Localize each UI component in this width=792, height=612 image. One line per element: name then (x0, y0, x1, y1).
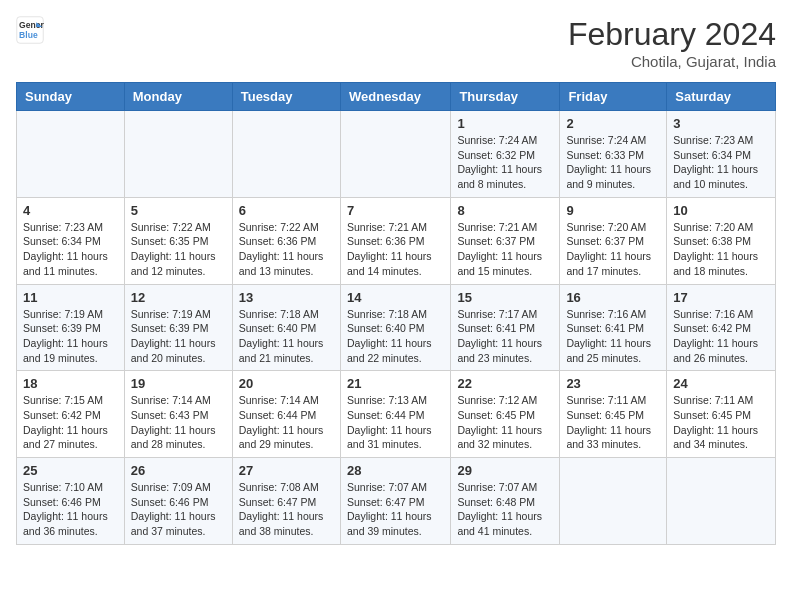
calendar-cell: 6Sunrise: 7:22 AM Sunset: 6:36 PM Daylig… (232, 197, 340, 284)
calendar-cell: 2Sunrise: 7:24 AM Sunset: 6:33 PM Daylig… (560, 111, 667, 198)
day-header-wednesday: Wednesday (340, 83, 450, 111)
day-info: Sunrise: 7:11 AM Sunset: 6:45 PM Dayligh… (673, 393, 769, 452)
day-info: Sunrise: 7:16 AM Sunset: 6:42 PM Dayligh… (673, 307, 769, 366)
day-number: 28 (347, 463, 444, 478)
day-info: Sunrise: 7:24 AM Sunset: 6:32 PM Dayligh… (457, 133, 553, 192)
day-info: Sunrise: 7:22 AM Sunset: 6:35 PM Dayligh… (131, 220, 226, 279)
calendar-cell: 23Sunrise: 7:11 AM Sunset: 6:45 PM Dayli… (560, 371, 667, 458)
calendar-cell: 15Sunrise: 7:17 AM Sunset: 6:41 PM Dayli… (451, 284, 560, 371)
day-header-monday: Monday (124, 83, 232, 111)
calendar-week-2: 4Sunrise: 7:23 AM Sunset: 6:34 PM Daylig… (17, 197, 776, 284)
day-number: 27 (239, 463, 334, 478)
calendar-cell: 25Sunrise: 7:10 AM Sunset: 6:46 PM Dayli… (17, 458, 125, 545)
day-info: Sunrise: 7:07 AM Sunset: 6:47 PM Dayligh… (347, 480, 444, 539)
calendar-cell: 26Sunrise: 7:09 AM Sunset: 6:46 PM Dayli… (124, 458, 232, 545)
day-number: 22 (457, 376, 553, 391)
day-number: 18 (23, 376, 118, 391)
day-info: Sunrise: 7:24 AM Sunset: 6:33 PM Dayligh… (566, 133, 660, 192)
day-header-friday: Friday (560, 83, 667, 111)
day-number: 8 (457, 203, 553, 218)
day-header-tuesday: Tuesday (232, 83, 340, 111)
calendar-cell: 3Sunrise: 7:23 AM Sunset: 6:34 PM Daylig… (667, 111, 776, 198)
day-info: Sunrise: 7:21 AM Sunset: 6:37 PM Dayligh… (457, 220, 553, 279)
location-subtitle: Chotila, Gujarat, India (568, 53, 776, 70)
svg-text:Blue: Blue (19, 30, 38, 40)
day-number: 23 (566, 376, 660, 391)
day-info: Sunrise: 7:13 AM Sunset: 6:44 PM Dayligh… (347, 393, 444, 452)
calendar-cell (560, 458, 667, 545)
calendar-cell: 28Sunrise: 7:07 AM Sunset: 6:47 PM Dayli… (340, 458, 450, 545)
day-number: 12 (131, 290, 226, 305)
day-number: 5 (131, 203, 226, 218)
day-info: Sunrise: 7:20 AM Sunset: 6:38 PM Dayligh… (673, 220, 769, 279)
day-number: 1 (457, 116, 553, 131)
calendar-cell: 1Sunrise: 7:24 AM Sunset: 6:32 PM Daylig… (451, 111, 560, 198)
day-info: Sunrise: 7:20 AM Sunset: 6:37 PM Dayligh… (566, 220, 660, 279)
calendar-cell: 19Sunrise: 7:14 AM Sunset: 6:43 PM Dayli… (124, 371, 232, 458)
day-number: 6 (239, 203, 334, 218)
calendar-cell: 18Sunrise: 7:15 AM Sunset: 6:42 PM Dayli… (17, 371, 125, 458)
day-number: 15 (457, 290, 553, 305)
day-info: Sunrise: 7:16 AM Sunset: 6:41 PM Dayligh… (566, 307, 660, 366)
day-info: Sunrise: 7:14 AM Sunset: 6:43 PM Dayligh… (131, 393, 226, 452)
calendar-week-3: 11Sunrise: 7:19 AM Sunset: 6:39 PM Dayli… (17, 284, 776, 371)
calendar-week-5: 25Sunrise: 7:10 AM Sunset: 6:46 PM Dayli… (17, 458, 776, 545)
day-header-saturday: Saturday (667, 83, 776, 111)
calendar-table: SundayMondayTuesdayWednesdayThursdayFrid… (16, 82, 776, 545)
calendar-cell (340, 111, 450, 198)
day-header-thursday: Thursday (451, 83, 560, 111)
day-info: Sunrise: 7:07 AM Sunset: 6:48 PM Dayligh… (457, 480, 553, 539)
day-number: 11 (23, 290, 118, 305)
day-info: Sunrise: 7:15 AM Sunset: 6:42 PM Dayligh… (23, 393, 118, 452)
calendar-cell: 13Sunrise: 7:18 AM Sunset: 6:40 PM Dayli… (232, 284, 340, 371)
day-info: Sunrise: 7:23 AM Sunset: 6:34 PM Dayligh… (673, 133, 769, 192)
day-info: Sunrise: 7:12 AM Sunset: 6:45 PM Dayligh… (457, 393, 553, 452)
calendar-cell: 29Sunrise: 7:07 AM Sunset: 6:48 PM Dayli… (451, 458, 560, 545)
day-info: Sunrise: 7:09 AM Sunset: 6:46 PM Dayligh… (131, 480, 226, 539)
calendar-cell: 17Sunrise: 7:16 AM Sunset: 6:42 PM Dayli… (667, 284, 776, 371)
logo: General Blue (16, 16, 44, 44)
day-number: 16 (566, 290, 660, 305)
day-info: Sunrise: 7:08 AM Sunset: 6:47 PM Dayligh… (239, 480, 334, 539)
day-info: Sunrise: 7:22 AM Sunset: 6:36 PM Dayligh… (239, 220, 334, 279)
day-number: 13 (239, 290, 334, 305)
day-info: Sunrise: 7:17 AM Sunset: 6:41 PM Dayligh… (457, 307, 553, 366)
page-header: General Blue February 2024 Chotila, Guja… (16, 16, 776, 70)
calendar-cell: 27Sunrise: 7:08 AM Sunset: 6:47 PM Dayli… (232, 458, 340, 545)
calendar-cell: 5Sunrise: 7:22 AM Sunset: 6:35 PM Daylig… (124, 197, 232, 284)
day-info: Sunrise: 7:10 AM Sunset: 6:46 PM Dayligh… (23, 480, 118, 539)
calendar-cell: 20Sunrise: 7:14 AM Sunset: 6:44 PM Dayli… (232, 371, 340, 458)
calendar-cell: 22Sunrise: 7:12 AM Sunset: 6:45 PM Dayli… (451, 371, 560, 458)
day-number: 2 (566, 116, 660, 131)
day-info: Sunrise: 7:18 AM Sunset: 6:40 PM Dayligh… (239, 307, 334, 366)
day-info: Sunrise: 7:19 AM Sunset: 6:39 PM Dayligh… (131, 307, 226, 366)
calendar-cell: 8Sunrise: 7:21 AM Sunset: 6:37 PM Daylig… (451, 197, 560, 284)
calendar-cell: 4Sunrise: 7:23 AM Sunset: 6:34 PM Daylig… (17, 197, 125, 284)
calendar-cell (667, 458, 776, 545)
day-number: 9 (566, 203, 660, 218)
day-number: 4 (23, 203, 118, 218)
day-number: 19 (131, 376, 226, 391)
calendar-week-1: 1Sunrise: 7:24 AM Sunset: 6:32 PM Daylig… (17, 111, 776, 198)
calendar-cell: 10Sunrise: 7:20 AM Sunset: 6:38 PM Dayli… (667, 197, 776, 284)
calendar-week-4: 18Sunrise: 7:15 AM Sunset: 6:42 PM Dayli… (17, 371, 776, 458)
day-info: Sunrise: 7:21 AM Sunset: 6:36 PM Dayligh… (347, 220, 444, 279)
day-info: Sunrise: 7:19 AM Sunset: 6:39 PM Dayligh… (23, 307, 118, 366)
logo-icon: General Blue (16, 16, 44, 44)
day-number: 21 (347, 376, 444, 391)
day-number: 20 (239, 376, 334, 391)
calendar-cell (17, 111, 125, 198)
day-number: 17 (673, 290, 769, 305)
day-number: 14 (347, 290, 444, 305)
day-number: 3 (673, 116, 769, 131)
calendar-cell: 21Sunrise: 7:13 AM Sunset: 6:44 PM Dayli… (340, 371, 450, 458)
day-number: 24 (673, 376, 769, 391)
title-block: February 2024 Chotila, Gujarat, India (568, 16, 776, 70)
calendar-cell: 7Sunrise: 7:21 AM Sunset: 6:36 PM Daylig… (340, 197, 450, 284)
day-number: 29 (457, 463, 553, 478)
day-info: Sunrise: 7:23 AM Sunset: 6:34 PM Dayligh… (23, 220, 118, 279)
day-info: Sunrise: 7:18 AM Sunset: 6:40 PM Dayligh… (347, 307, 444, 366)
day-number: 25 (23, 463, 118, 478)
calendar-cell: 16Sunrise: 7:16 AM Sunset: 6:41 PM Dayli… (560, 284, 667, 371)
day-number: 10 (673, 203, 769, 218)
